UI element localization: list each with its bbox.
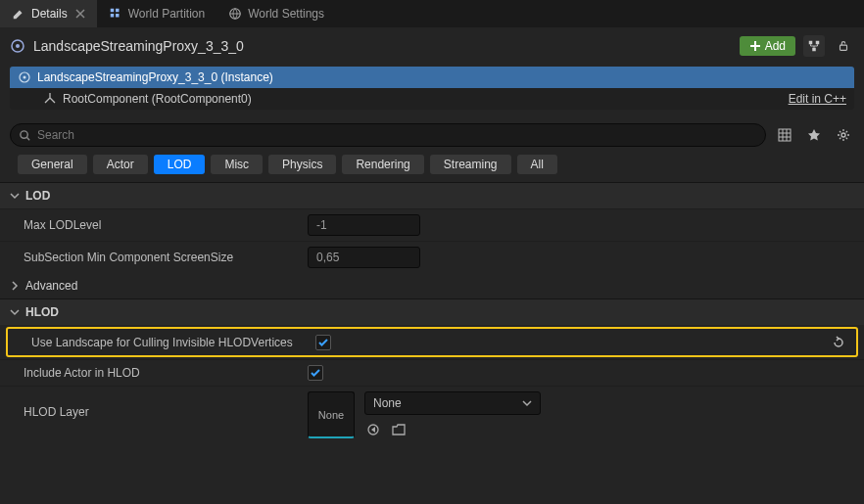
actor-header: LandscapeStreamingProxy_3_3_0 Add — [0, 27, 864, 65]
lock-button[interactable] — [833, 35, 854, 57]
svg-rect-14 — [779, 129, 791, 141]
add-button-label: Add — [765, 39, 786, 53]
grid-icon — [109, 7, 122, 21]
root-icon — [43, 92, 57, 106]
category-filters: General Actor LOD Misc Physics Rendering… — [0, 151, 864, 182]
svg-rect-10 — [840, 45, 847, 50]
svg-rect-2 — [110, 14, 114, 18]
filter-general[interactable]: General — [18, 155, 87, 174]
filter-actor[interactable]: Actor — [93, 155, 148, 174]
hierarchy-button[interactable] — [803, 35, 825, 57]
settings-button[interactable] — [833, 124, 854, 146]
filter-rendering[interactable]: Rendering — [342, 155, 423, 174]
search-input[interactable] — [37, 128, 757, 142]
section-lod: LOD Max LODLevel -1 SubSection Min Compo… — [0, 182, 864, 298]
section-title: HLOD — [25, 305, 59, 319]
property-matrix-button[interactable] — [774, 124, 795, 146]
svg-point-6 — [16, 44, 20, 48]
component-outliner: LandscapeStreamingProxy_3_3_0 (Instance)… — [10, 67, 854, 110]
outliner-row-label: RootComponent (RootComponent0) — [63, 92, 252, 106]
section-title: LOD — [25, 189, 50, 203]
close-icon[interactable] — [75, 9, 85, 19]
prop-use-landscape-culling: Use Landscape for Culling Invisible HLOD… — [8, 329, 856, 355]
hlod-layer-thumbnail[interactable]: None — [308, 391, 355, 438]
chevron-down-icon — [522, 398, 532, 408]
section-hlod: HLOD Use Landscape for Culling Invisible… — [0, 298, 864, 443]
section-lod-header[interactable]: LOD — [0, 183, 864, 208]
tab-world-partition[interactable]: World Partition — [97, 0, 216, 27]
actor-icon — [10, 38, 25, 54]
svg-point-13 — [21, 130, 27, 137]
filter-misc[interactable]: Misc — [211, 155, 263, 174]
search-icon — [19, 129, 31, 142]
section-title: Advanced — [25, 279, 77, 293]
prop-include-actor-hlod: Include Actor in HLOD — [0, 359, 864, 386]
svg-rect-8 — [816, 41, 820, 45]
max-lod-input[interactable]: -1 — [308, 214, 420, 236]
svg-rect-0 — [110, 9, 114, 13]
include-hlod-checkbox[interactable] — [308, 365, 323, 381]
section-advanced-header[interactable]: Advanced — [0, 273, 864, 298]
svg-rect-7 — [809, 41, 813, 45]
search-bar — [0, 119, 864, 151]
tab-label: Details — [31, 7, 68, 21]
outliner-row-root[interactable]: RootComponent (RootComponent0) Edit in C… — [10, 88, 854, 110]
chevron-right-icon — [10, 281, 20, 291]
actor-icon — [18, 70, 31, 84]
prop-label: Use Landscape for Culling Invisible HLOD… — [31, 336, 315, 349]
svg-point-15 — [841, 133, 845, 137]
chevron-down-icon — [10, 191, 20, 201]
tab-label: World Settings — [248, 7, 324, 21]
svg-rect-9 — [812, 48, 816, 52]
edit-cpp-link[interactable]: Edit in C++ — [789, 92, 846, 106]
prop-label: HLOD Layer — [24, 391, 308, 419]
prop-subsection-screensize: SubSection Min Component ScreenSize 0,65 — [0, 241, 864, 273]
dropdown-value: None — [373, 396, 402, 410]
prop-label: Max LODLevel — [24, 218, 308, 232]
filter-streaming[interactable]: Streaming — [430, 155, 511, 174]
hlod-layer-dropdown[interactable]: None — [364, 391, 541, 415]
plus-icon — [749, 40, 761, 52]
tab-bar: Details World Partition World Settings — [0, 0, 864, 27]
actor-title: LandscapeStreamingProxy_3_3_0 — [33, 38, 732, 54]
highlighted-property: Use Landscape for Culling Invisible HLOD… — [6, 327, 858, 357]
prop-label: SubSection Min Component ScreenSize — [24, 251, 308, 264]
chevron-down-icon — [10, 307, 20, 317]
search-field[interactable] — [10, 123, 766, 147]
tab-details[interactable]: Details — [0, 0, 97, 27]
section-hlod-header[interactable]: HLOD — [0, 299, 864, 325]
tab-world-settings[interactable]: World Settings — [216, 0, 336, 27]
filter-physics[interactable]: Physics — [268, 155, 336, 174]
prop-max-lod: Max LODLevel -1 — [0, 208, 864, 241]
subsection-input[interactable]: 0,65 — [308, 247, 420, 268]
use-selected-button[interactable] — [364, 421, 382, 438]
filter-all[interactable]: All — [517, 155, 557, 174]
filter-lod[interactable]: LOD — [154, 155, 206, 174]
reset-icon[interactable] — [831, 335, 846, 350]
svg-rect-3 — [116, 14, 120, 18]
outliner-row-label: LandscapeStreamingProxy_3_3_0 (Instance) — [37, 70, 273, 84]
pencil-icon — [12, 7, 25, 21]
tab-label: World Partition — [128, 7, 205, 21]
culling-checkbox[interactable] — [315, 335, 331, 350]
add-button[interactable]: Add — [740, 36, 795, 56]
favorites-button[interactable] — [803, 124, 825, 146]
outliner-row-actor[interactable]: LandscapeStreamingProxy_3_3_0 (Instance) — [10, 67, 854, 88]
browse-button[interactable] — [390, 421, 408, 438]
svg-point-12 — [24, 76, 26, 79]
prop-label: Include Actor in HLOD — [24, 366, 308, 380]
globe-icon — [228, 7, 242, 21]
prop-hlod-layer: HLOD Layer None None — [0, 386, 864, 443]
svg-rect-1 — [116, 9, 120, 13]
